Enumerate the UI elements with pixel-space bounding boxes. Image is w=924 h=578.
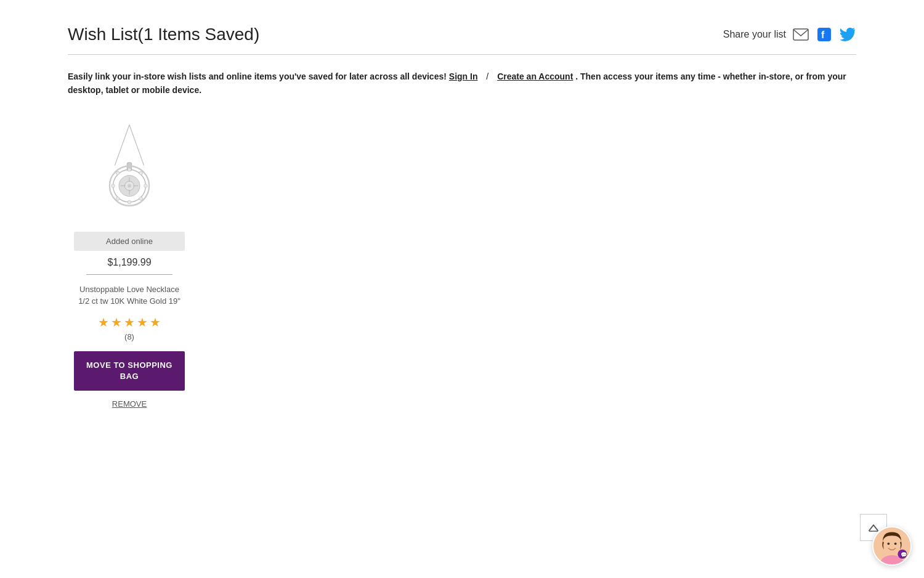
remove-button[interactable]: REMOVE [112,399,147,409]
svg-text:f: f [821,30,825,40]
share-label: Share your list [723,29,786,40]
star-2: ★ [111,315,122,330]
svg-point-15 [116,171,120,175]
product-card: Added online $1,199.99 Unstoppable Love … [68,116,191,409]
svg-point-9 [139,171,143,175]
star-4: ★ [137,315,148,330]
info-divider: / [486,71,488,81]
share-section: Share your list f [723,26,856,43]
email-share-icon[interactable] [792,26,809,43]
review-count: (8) [124,332,134,341]
svg-point-18 [128,184,131,188]
svg-line-4 [129,124,144,165]
info-bar: Easily link your in-store wish lists and… [68,70,856,97]
star-5: ★ [150,315,161,330]
product-name[interactable]: Unstoppable Love Necklace 1/2 ct tw 10K … [74,283,185,307]
product-grid: Added online $1,199.99 Unstoppable Love … [68,116,856,409]
svg-point-13 [116,197,120,200]
svg-line-3 [115,124,129,165]
twitter-share-icon[interactable] [839,26,856,43]
move-to-bag-button[interactable]: MOVE TO SHOPPING BAG [74,351,185,391]
star-rating: ★ ★ ★ ★ ★ [98,315,161,330]
product-price: $1,199.99 [107,257,151,268]
star-3: ★ [124,315,135,330]
svg-point-10 [144,184,148,188]
product-divider [86,274,172,275]
create-account-link[interactable]: Create an Account [497,71,573,81]
svg-point-8 [128,168,131,171]
svg-rect-0 [793,29,808,40]
star-1: ★ [98,315,109,330]
sign-in-link[interactable]: Sign In [449,71,478,81]
page-header: Wish List(1 Items Saved) Share your list… [68,25,856,55]
product-image [80,119,179,224]
page-title: Wish List(1 Items Saved) [68,25,259,44]
svg-point-12 [128,200,131,204]
svg-point-14 [111,184,115,188]
svg-point-11 [139,197,143,200]
added-badge: Added online [74,232,185,251]
facebook-share-icon[interactable]: f [816,26,833,43]
info-text-start: Easily link your in-store wish lists and… [68,71,449,81]
product-image-area[interactable] [74,116,185,227]
